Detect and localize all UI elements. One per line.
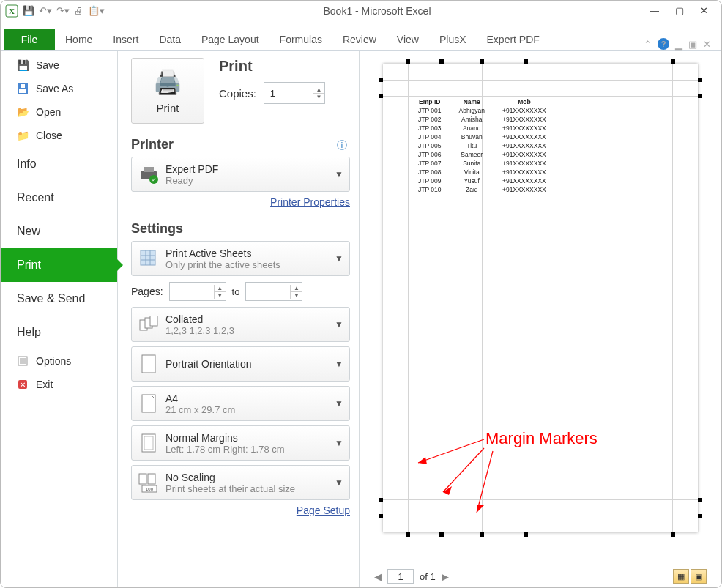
copies-input[interactable]: 1 ▲▼ [264,82,325,104]
window-restore-icon[interactable]: ▣ [688,39,697,50]
minimize-button[interactable]: — [650,5,659,16]
print-area-sub: Only print the active sheets [165,259,280,270]
paste-icon[interactable]: 📋▾ [88,5,105,16]
scaling-sub: Print sheets at their actual size [165,483,295,494]
margin-marker[interactable] [698,498,702,502]
sidebar-recent[interactable]: Recent [1,181,117,215]
quick-access-toolbar: 💾 ↶▾ ↷▾ 🖨 📋▾ [23,5,105,16]
sidebar-label: Recent [17,191,54,204]
svg-text:100: 100 [146,487,154,491]
svg-rect-22 [150,316,157,326]
preview-footer: ◀ 1 of 1 ▶ ▦ ▣ [360,565,721,587]
printer-dropdown[interactable]: ✓ Expert PDF Ready ▼ [131,157,350,192]
next-page-button[interactable]: ▶ [442,571,449,582]
chevron-down-icon: ▼ [335,477,343,488]
tab-file[interactable]: File [4,29,55,50]
save-icon[interactable]: 💾 [23,5,34,16]
tab-formulas[interactable]: Formulas [269,29,332,50]
portrait-icon [138,353,160,375]
sidebar-open[interactable]: 📂 Open [1,100,117,124]
svg-rect-3 [19,89,26,93]
spin-down-icon[interactable]: ▼ [290,292,302,299]
copies-row: Copies: 1 ▲▼ [219,82,325,104]
tab-insert[interactable]: Insert [103,29,149,50]
sidebar-close[interactable]: 📁 Close [1,124,117,147]
print-area-dropdown[interactable]: Print Active Sheets Only print the activ… [131,241,350,276]
print-icon[interactable]: 🖨 [74,5,83,16]
orientation-label: Portrait Orientation [165,358,252,370]
margin-marker[interactable] [480,532,484,537]
margin-marker[interactable] [671,532,675,537]
redo-icon[interactable]: ↷▾ [56,5,70,16]
orientation-dropdown[interactable]: Portrait Orientation ▼ [131,346,350,382]
margin-marker[interactable] [379,514,383,518]
tab-page-layout[interactable]: Page Layout [191,29,269,50]
sidebar-exit[interactable]: ✕ Exit [1,373,117,396]
margin-marker[interactable] [406,532,410,537]
sidebar-save[interactable]: 💾 Save [1,53,117,77]
spin-up-icon[interactable]: ▲ [313,86,324,94]
margin-marker[interactable] [406,59,410,64]
tab-review[interactable]: Review [332,29,387,50]
sidebar-save-as[interactable]: Save As [1,77,117,100]
pages-from-input[interactable]: ▲▼ [169,282,226,301]
help-icon[interactable]: ? [658,38,669,50]
window-close-icon[interactable]: ✕ [703,39,711,50]
sidebar-help[interactable]: Help [1,316,117,349]
margin-marker[interactable] [698,78,702,82]
printer-properties-link[interactable]: Printer Properties [131,196,350,208]
sidebar-label: Exit [36,379,53,390]
sidebar-save-send[interactable]: Save & Send [1,282,117,316]
tab-home[interactable]: Home [55,29,103,50]
window-minimize-icon[interactable]: ▁ [675,39,682,50]
pages-to-input[interactable]: ▲▼ [245,282,302,301]
paper-size-dropdown[interactable]: A4 21 cm x 29.7 cm ▼ [131,386,350,421]
margin-marker[interactable] [439,59,444,64]
margin-marker[interactable] [698,94,702,98]
spin-up-icon[interactable]: ▲ [214,285,226,292]
margin-marker[interactable] [524,532,528,537]
margin-marker[interactable] [439,532,444,537]
margins-dropdown[interactable]: Normal Margins Left: 1.78 cm Right: 1.78… [131,425,350,461]
page-number-input[interactable]: 1 [387,569,414,584]
margin-marker[interactable] [524,59,528,64]
spin-up-icon[interactable]: ▲ [290,285,302,292]
undo-icon[interactable]: ↶▾ [39,5,52,16]
margins-icon [138,432,160,454]
collation-dropdown[interactable]: Collated 1,2,3 1,2,3 1,2,3 ▼ [131,307,350,342]
margin-marker[interactable] [379,498,383,502]
ribbon-minimize-icon[interactable]: ⌃ [644,39,652,50]
sidebar-label: Options [36,355,71,367]
zoom-to-page-button[interactable]: ▣ [691,569,707,584]
pages-to-label: to [232,286,240,297]
sidebar-label: Info [17,157,37,171]
sidebar-print[interactable]: Print [1,248,117,282]
svg-marker-32 [418,457,427,464]
margin-marker[interactable] [379,94,383,98]
sidebar-options[interactable]: Options [1,349,117,373]
margin-marker[interactable] [698,514,702,518]
sidebar-new[interactable]: New [1,215,117,248]
info-icon[interactable]: i [337,140,347,150]
sidebar-info[interactable]: Info [1,147,117,181]
spin-down-icon[interactable]: ▼ [214,292,226,299]
close-button[interactable]: ✕ [700,5,708,16]
margin-marker[interactable] [480,59,484,64]
tab-view[interactable]: View [387,29,429,50]
prev-page-button[interactable]: ◀ [374,571,382,582]
scaling-dropdown[interactable]: 100 No Scaling Print sheets at their act… [131,465,350,500]
page-total-label: of 1 [420,571,436,582]
svg-text:✓: ✓ [152,176,157,183]
show-margins-button[interactable]: ▦ [673,569,689,584]
print-button[interactable]: 🖨️ Print [131,58,204,124]
tab-plusx[interactable]: PlusX [429,29,477,50]
maximize-button[interactable]: ▢ [675,5,684,16]
page-setup-link[interactable]: Page Setup [131,505,350,516]
margin-marker[interactable] [671,59,675,64]
sidebar-label: Save As [36,83,73,94]
tab-expert-pdf[interactable]: Expert PDF [477,29,550,50]
margin-marker[interactable] [379,78,383,82]
spin-down-icon[interactable]: ▼ [313,94,324,100]
tab-data[interactable]: Data [149,29,191,50]
folder-open-icon: 📂 [17,106,29,118]
